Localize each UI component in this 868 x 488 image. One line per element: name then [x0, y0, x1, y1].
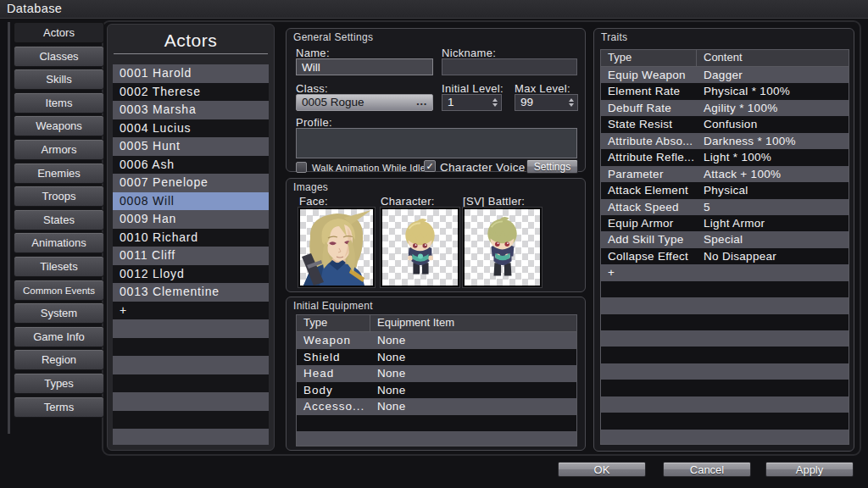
trait-row-empty: [601, 314, 849, 330]
sidebar-tab-region[interactable]: Region: [14, 349, 104, 370]
character-voice-label: Character Voice: [440, 161, 526, 174]
sidebar-tab-types[interactable]: Types: [14, 373, 104, 394]
trait-row[interactable]: Debuff RateAgility * 100%: [601, 100, 849, 116]
actor-add-row[interactable]: +: [113, 302, 269, 320]
sidebar-tab-actors[interactable]: Actors: [14, 22, 104, 43]
voice-settings-button[interactable]: Settings: [526, 159, 578, 174]
sidebar-tab-game-info[interactable]: Game Info: [14, 326, 104, 347]
actor-list-item[interactable]: 0004 Lucius: [113, 119, 269, 138]
class-select[interactable]: 0005 Rogue …: [296, 94, 433, 111]
initial-equipment-group: Initial Equipment TypeEquipment ItemWeap…: [286, 297, 586, 451]
actor-list-item[interactable]: 0007 Penelope: [113, 174, 269, 192]
sidebar-tab-common-events[interactable]: Common Events: [14, 280, 104, 301]
initial-equipment-legend: Initial Equipment: [293, 300, 373, 312]
sidebar-tab-enemies[interactable]: Enemies: [14, 163, 104, 184]
sidebar-tab-troops[interactable]: Troops: [14, 186, 104, 207]
traits-table: TypeContentEquip WeaponDaggerElement Rat…: [600, 49, 849, 445]
spin-up-icon[interactable]: [492, 98, 498, 102]
trait-row[interactable]: Attribute Refle...Light * 100%: [601, 149, 849, 165]
trait-row-empty: [601, 281, 849, 297]
sidebar-tab-animations[interactable]: Animations: [14, 232, 104, 253]
trait-row[interactable]: Attack ElementPhysical: [601, 182, 849, 198]
spin-up-icon[interactable]: [569, 98, 574, 102]
walk-animation-checkbox[interactable]: [296, 162, 307, 173]
trait-row[interactable]: Add Skill TypeSpecial: [601, 231, 849, 247]
walk-animation-label: Walk Animation While Idle: [312, 163, 426, 173]
spinner-arrows[interactable]: [569, 98, 574, 107]
actor-list-item[interactable]: 0010 Richard: [113, 229, 269, 247]
sidebar-tab-terms[interactable]: Terms: [14, 396, 104, 418]
actor-list-item[interactable]: 0006 Ash: [113, 156, 269, 175]
trait-row[interactable]: ParameterAttack + 100%: [601, 166, 849, 182]
nickname-label: Nickname:: [442, 47, 496, 59]
nickname-input[interactable]: [442, 58, 577, 75]
name-input[interactable]: [296, 58, 433, 75]
spin-down-icon[interactable]: [492, 103, 498, 107]
sidebar-tab-tilesets[interactable]: Tilesets: [14, 256, 104, 277]
sidebar-tab-items[interactable]: Items: [14, 92, 104, 114]
actor-list-item[interactable]: 0009 Han: [113, 210, 269, 229]
battler-image[interactable]: [463, 208, 542, 287]
spinner-arrows[interactable]: [492, 98, 498, 107]
sidebar-tab-classes[interactable]: Classes: [14, 46, 104, 67]
trait-row-empty: [601, 297, 849, 313]
equipment-row[interactable]: Accesso...None: [297, 398, 576, 415]
trait-row-empty: [601, 363, 849, 380]
window-title: Database: [7, 2, 62, 15]
character-image[interactable]: [381, 208, 459, 287]
trait-row-empty: [601, 430, 849, 445]
actor-list-item[interactable]: 0008 Will: [113, 192, 269, 211]
sidebar-tab-skills[interactable]: Skills: [14, 69, 104, 90]
actor-list-item[interactable]: 0001 Harold: [113, 64, 269, 83]
trait-row-add[interactable]: +: [601, 264, 849, 280]
actor-list-item[interactable]: 0011 Cliff: [113, 247, 269, 265]
trait-row-empty: [601, 413, 849, 429]
trait-row[interactable]: Collapse EffectNo Disappear: [601, 248, 849, 264]
actor-list-item[interactable]: 0003 Marsha: [113, 101, 269, 119]
sidebar-tab-system[interactable]: System: [14, 302, 104, 324]
trait-row[interactable]: Equip ArmorLight Armor: [601, 215, 849, 231]
actor-list-item[interactable]: 0002 Therese: [113, 83, 269, 102]
face-image[interactable]: [298, 208, 375, 287]
apply-button[interactable]: Apply: [765, 462, 854, 477]
actor-empty-row: [113, 392, 269, 411]
actor-list-item[interactable]: 0005 Hunt: [113, 137, 269, 156]
trait-row[interactable]: Equip WeaponDagger: [601, 67, 849, 83]
max-level-spinner[interactable]: 99: [515, 94, 578, 111]
trait-row-empty: [601, 347, 849, 363]
title-bar: Database: [0, 0, 868, 19]
sidebar-tab-weapons[interactable]: Weapons: [14, 115, 104, 136]
sidebar-tabs: ActorsClassesSkillsItemsWeaponsArmorsEne…: [14, 22, 104, 418]
trait-row[interactable]: State ResistConfusion: [601, 116, 849, 132]
trait-row[interactable]: Attribute Abso...Darkness * 100%: [601, 133, 849, 149]
battler-sprite-art: [465, 209, 540, 286]
name-label: Name:: [296, 47, 330, 59]
ok-button[interactable]: OK: [558, 462, 646, 477]
max-level-value: 99: [520, 96, 533, 108]
dialog-left-edge: [8, 22, 10, 434]
equipment-table: TypeEquipment ItemWeaponNoneShieldNoneHe…: [296, 314, 577, 446]
character-label: Character:: [381, 195, 435, 208]
class-value: 0005 Rogue: [302, 96, 364, 108]
actor-list-item[interactable]: 0012 Lloyd: [113, 265, 269, 284]
equipment-row-empty: [297, 415, 576, 432]
equipment-row[interactable]: BodyNone: [297, 382, 576, 399]
equipment-row[interactable]: WeaponNone: [297, 332, 576, 349]
trait-row[interactable]: Attack Speed5: [601, 199, 849, 215]
character-voice-checkbox[interactable]: ✓: [424, 160, 436, 172]
face-label: Face:: [299, 195, 328, 208]
trait-row-empty: [601, 330, 849, 347]
initial-level-spinner[interactable]: 1: [442, 94, 502, 111]
spin-down-icon[interactable]: [569, 103, 574, 107]
initial-level-value: 1: [448, 96, 454, 108]
equipment-row[interactable]: ShieldNone: [297, 349, 576, 366]
trait-row[interactable]: Element RatePhysical * 100%: [601, 83, 849, 99]
equipment-row[interactable]: HeadNone: [297, 365, 576, 382]
profile-textarea[interactable]: [296, 128, 577, 158]
actor-list-item[interactable]: 0013 Clementine: [113, 283, 269, 302]
cancel-button[interactable]: Cancel: [663, 462, 751, 477]
sidebar-tab-states[interactable]: States: [14, 209, 104, 230]
face-portrait-art: [300, 209, 373, 286]
sidebar-tab-armors[interactable]: Armors: [14, 139, 104, 160]
actor-empty-row: [113, 429, 269, 445]
